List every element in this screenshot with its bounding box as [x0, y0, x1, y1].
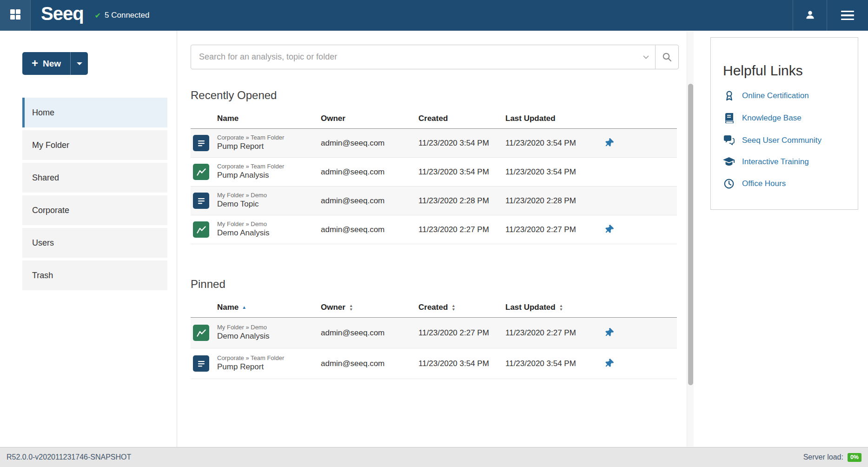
table-row[interactable]: Corporate » Team Folder Pump Report admi… [191, 348, 677, 379]
sort-icon [349, 304, 353, 311]
recently-opened-rows: Corporate » Team Folder Pump Report admi… [191, 129, 677, 244]
link-office-hours[interactable]: Office Hours [723, 179, 846, 189]
scrollbar-track[interactable] [687, 31, 694, 447]
certification-icon [723, 90, 735, 101]
item-updated: 11/23/2020 2:27 PM [505, 328, 598, 338]
scrollbar-thumb[interactable] [688, 84, 693, 385]
recently-opened-header: Name Owner Created Last Updated [191, 108, 677, 129]
item-name[interactable]: Pump Report [217, 141, 321, 152]
sort-icon [451, 304, 455, 311]
pinned-title: Pinned [191, 278, 676, 291]
right-panel: Helpful Links Online Certification [695, 31, 868, 447]
item-path: Corporate » Team Folder [217, 134, 321, 141]
connection-status[interactable]: 5 Connected [95, 0, 150, 31]
sort-ascending-icon [242, 305, 246, 310]
table-row[interactable]: My Folder » Demo Demo Analysis admin@see… [191, 318, 677, 348]
item-created: 11/23/2020 2:27 PM [418, 225, 505, 234]
new-button-main[interactable]: New [22, 52, 70, 75]
item-owner: admin@seeq.com [321, 139, 418, 148]
column-header-name: Name [217, 114, 321, 123]
table-row[interactable]: Corporate » Team Folder Pump Report admi… [191, 129, 677, 158]
item-created: 11/23/2020 2:27 PM [418, 328, 505, 338]
search-input[interactable] [191, 45, 636, 69]
link-interactive-training[interactable]: Interactive Training [723, 157, 846, 167]
item-type-icon [193, 164, 209, 180]
pin-icon[interactable] [604, 225, 613, 234]
sidebar-item[interactable]: Home [22, 98, 167, 127]
sidebar-item-label: Home [32, 108, 54, 118]
pinned-rows: My Folder » Demo Demo Analysis admin@see… [191, 318, 677, 379]
item-name[interactable]: Demo Analysis [217, 228, 321, 239]
user-profile-button[interactable] [793, 0, 827, 31]
server-load-badge[interactable]: 0% [848, 453, 861, 462]
apps-grid-button[interactable] [0, 0, 31, 31]
item-name[interactable]: Pump Analysis [217, 170, 321, 181]
table-row[interactable]: Corporate » Team Folder Pump Analysis ad… [191, 158, 677, 187]
item-path: My Folder » Demo [217, 324, 321, 331]
sidebar-item-label: Corporate [32, 206, 69, 215]
item-owner: admin@seeq.com [321, 167, 418, 177]
item-created: 11/23/2020 3:54 PM [418, 359, 505, 368]
item-path: Corporate » Team Folder [217, 163, 321, 170]
sidebar-item-label: Shared [32, 173, 59, 183]
link-online-certification[interactable]: Online Certification [723, 90, 846, 101]
pin-icon[interactable] [604, 328, 613, 337]
new-button[interactable]: New [22, 52, 88, 75]
column-header-last-updated[interactable]: Last Updated [505, 303, 598, 312]
column-header-created[interactable]: Created [418, 303, 505, 312]
table-row[interactable]: My Folder » Demo Demo Analysis admin@see… [191, 215, 677, 244]
version-label: R52.0.0-v202011231746-SNAPSHOT [7, 453, 131, 461]
status-bar: R52.0.0-v202011231746-SNAPSHOT Server lo… [0, 447, 868, 467]
connection-status-label: 5 Connected [105, 11, 149, 20]
book-icon [723, 113, 735, 123]
search-dropdown-toggle[interactable] [636, 45, 655, 69]
item-name[interactable]: Pump Report [217, 362, 321, 373]
link-seeq-user-community[interactable]: Seeq User Community [723, 135, 846, 145]
item-updated: 11/23/2020 3:54 PM [505, 167, 598, 177]
column-header-name[interactable]: Name [217, 303, 321, 312]
left-sidebar: New Home My Folder Shared Corporate User… [0, 31, 177, 447]
sidebar-item[interactable]: Trash [22, 260, 167, 290]
new-button-dropdown[interactable] [70, 52, 88, 75]
recently-opened-table: Name Owner Created Last Updated [191, 108, 677, 244]
helpful-links-title: Helpful Links [723, 63, 846, 78]
item-owner: admin@seeq.com [321, 225, 418, 234]
training-icon [723, 157, 735, 167]
sidebar-nav: Home My Folder Shared Corporate Users Tr… [22, 98, 167, 293]
seeq-logo: Seeq [31, 0, 95, 31]
item-name[interactable]: Demo Analysis [217, 331, 321, 342]
pin-icon[interactable] [604, 139, 613, 147]
item-updated: 11/23/2020 3:54 PM [505, 139, 598, 148]
item-type-icon [193, 355, 209, 372]
sidebar-item[interactable]: My Folder [22, 130, 167, 160]
server-load-label: Server load: [803, 453, 843, 461]
column-header-last-updated: Last Updated [505, 114, 598, 123]
item-updated: 11/23/2020 3:54 PM [505, 359, 598, 368]
item-created: 11/23/2020 3:54 PM [418, 139, 505, 148]
main-menu-button[interactable] [827, 0, 868, 31]
search-bar [191, 45, 679, 69]
check-icon [95, 11, 101, 20]
sidebar-item[interactable]: Users [22, 228, 167, 258]
column-header-created: Created [418, 114, 505, 123]
item-owner: admin@seeq.com [321, 196, 418, 206]
pinned-header: Name Owner Created Last Updated [191, 297, 677, 318]
sidebar-item[interactable]: Corporate [22, 195, 167, 225]
item-type-icon [193, 135, 209, 151]
item-type-icon [193, 193, 209, 209]
table-row[interactable]: My Folder » Demo Demo Topic admin@seeq.c… [191, 187, 677, 215]
column-header-owner[interactable]: Owner [321, 303, 418, 312]
item-name[interactable]: Demo Topic [217, 199, 321, 210]
search-icon [662, 52, 672, 62]
sidebar-item-label: Trash [32, 271, 53, 280]
item-path: My Folder » Demo [217, 220, 321, 228]
item-created: 11/23/2020 2:28 PM [418, 196, 505, 206]
search-button[interactable] [655, 45, 678, 69]
link-knowledge-base[interactable]: Knowledge Base [723, 113, 846, 123]
pin-icon[interactable] [604, 359, 613, 368]
recently-opened-title: Recently Opened [191, 89, 676, 102]
sidebar-item[interactable]: Shared [22, 163, 167, 193]
item-created: 11/23/2020 3:54 PM [418, 167, 505, 177]
chevron-down-icon [643, 55, 649, 59]
column-header-owner: Owner [321, 114, 418, 123]
